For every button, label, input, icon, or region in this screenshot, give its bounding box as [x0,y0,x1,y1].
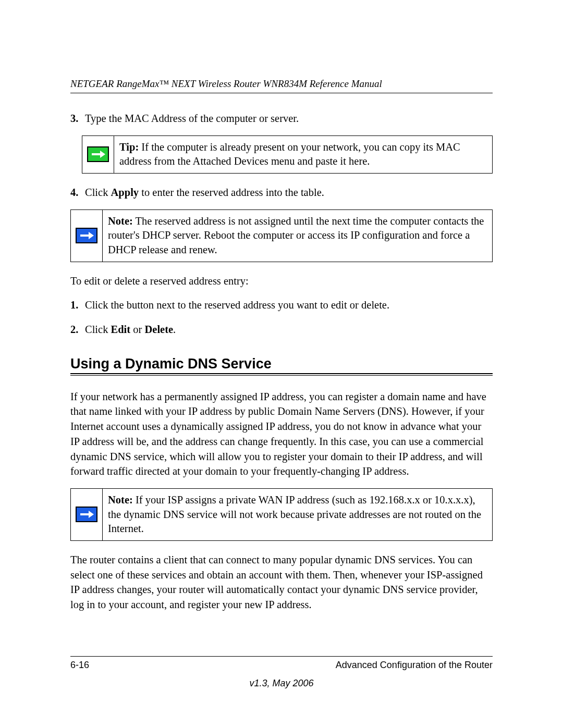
header-rule [70,93,493,93]
callout-text: Note: If your ISP assigns a private WAN … [103,489,492,540]
svg-marker-1 [100,151,105,158]
paragraph: The router contains a client that can co… [70,552,493,612]
page-number: 6-16 [70,660,89,671]
callout-body: The reserved address is not assigned unt… [108,215,484,255]
list-text: Click Apply to enter the reserved addres… [85,185,324,200]
callout-lead: Note: [108,215,133,227]
list-number: 1. [70,298,85,313]
list-item: 1. Click the button next to the reserved… [70,298,493,313]
footer-rule [70,656,493,657]
arrow-right-icon [76,507,97,522]
list-number: 2. [70,322,85,337]
footer-version: v1.3, May 2006 [70,678,493,689]
callout-text: Tip: If the computer is already present … [114,136,492,173]
callout-icon-cell [71,210,103,262]
note-callout: Note: The reserved address is not assign… [70,209,493,262]
list-text: Type the MAC Address of the computer or … [85,111,299,126]
list-text: Click the button next to the reserved ad… [85,298,389,313]
paragraph: To edit or delete a reserved address ent… [70,274,493,289]
heading-rule [70,375,493,376]
footer-section: Advanced Configuration of the Router [336,660,493,671]
callout-body: If the computer is already present on yo… [119,141,460,167]
callout-text: Note: The reserved address is not assign… [103,210,492,262]
callout-lead: Note: [108,494,133,505]
list-number: 4. [70,185,85,200]
list-item: 4. Click Apply to enter the reserved add… [70,185,493,200]
list-item: 3. Type the MAC Address of the computer … [70,111,493,126]
list-item: 2. Click Edit or Delete. [70,322,493,337]
arrow-right-icon [76,228,97,243]
page-footer: 6-16 Advanced Configuration of the Route… [70,656,493,689]
callout-lead: Tip: [119,141,139,153]
section-heading: Using a Dynamic DNS Service [70,356,493,372]
running-header: NETGEAR RangeMax™ NEXT Wireless Router W… [70,78,493,90]
arrow-right-icon [87,146,109,162]
note-callout: Note: If your ISP assigns a private WAN … [70,488,493,541]
tip-callout: Tip: If the computer is already present … [82,135,493,174]
list-text: Click Edit or Delete. [85,322,176,337]
paragraph: If your network has a permanently assign… [70,389,493,479]
callout-icon-cell [82,136,114,173]
heading-rule [70,373,493,374]
callout-icon-cell [71,489,103,540]
svg-marker-3 [89,232,94,239]
callout-body: If your ISP assigns a private WAN IP add… [108,494,481,534]
list-number: 3. [70,111,85,126]
svg-marker-5 [89,511,94,518]
